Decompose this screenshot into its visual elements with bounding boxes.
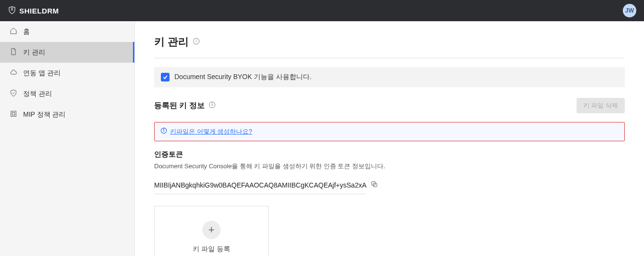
title-row: 키 관리 i [154, 35, 625, 49]
delete-key-file-button[interactable]: 키 파일 삭제 [577, 98, 625, 113]
svg-text:i: i [196, 39, 197, 43]
sidebar: 홈 키 관리 연동 앱 관리 정책 관리 MIP 정책 관리 [0, 21, 135, 256]
sidebar-item-linked-apps[interactable]: 연동 앱 관리 [0, 63, 134, 83]
sidebar-item-policy[interactable]: 정책 관리 [0, 83, 134, 104]
info-icon[interactable]: i [209, 101, 216, 110]
svg-point-8 [163, 129, 164, 130]
sidebar-item-mip-policy[interactable]: MIP 정책 관리 [0, 104, 134, 125]
shield-check-icon [10, 89, 17, 98]
token-value-row: MIIBIjANBgkqhkiG9w0BAQEFAAOCAQ8AMIIBCgKC… [154, 180, 625, 190]
brand-logo: SHIELDRM [8, 6, 59, 16]
plus-icon: + [202, 221, 221, 239]
info-icon[interactable]: i [193, 38, 200, 47]
section-title-group: 등록된 키 정보 i [154, 101, 216, 111]
token-title: 인증토큰 [154, 150, 625, 159]
divider [154, 58, 625, 58]
help-box: 키파일은 어떻게 생성하나요? [154, 122, 625, 141]
checkbox-checked-icon[interactable] [161, 73, 170, 81]
user-avatar[interactable]: JW [623, 4, 636, 17]
sidebar-item-label: 홈 [23, 27, 30, 36]
user-initials: JW [625, 7, 634, 14]
svg-rect-0 [11, 111, 16, 117]
byok-label: Document Security BYOK 기능을 사용합니다. [174, 73, 312, 81]
svg-text:i: i [211, 102, 213, 107]
page-title: 키 관리 [154, 35, 189, 49]
sidebar-item-label: 정책 관리 [23, 90, 52, 98]
brand-name: SHIELDRM [19, 7, 59, 15]
byok-checkbox-row[interactable]: Document Security BYOK 기능을 사용합니다. [154, 67, 625, 87]
layout: 홈 키 관리 연동 앱 관리 정책 관리 MIP 정책 관리 키 관리 i [0, 21, 644, 256]
token-value: MIIBIjANBgkqhkiG9w0BAQEFAAOCAQ8AMIIBCgKC… [154, 181, 367, 189]
main-content: 키 관리 i Document Security BYOK 기능을 사용합니다.… [135, 21, 644, 256]
dropzone-label: 키 파일 등록 [193, 245, 230, 254]
svg-rect-1 [12, 112, 14, 115]
section-header-row: 등록된 키 정보 i 키 파일 삭제 [154, 98, 625, 113]
sidebar-item-key-management[interactable]: 키 관리 [0, 42, 134, 63]
section-title: 등록된 키 정보 [154, 101, 205, 111]
help-link[interactable]: 키파일은 어떻게 생성하나요? [170, 127, 252, 136]
app-header: SHIELDRM JW [0, 0, 644, 21]
info-outline-icon [160, 127, 167, 136]
token-description: Document Security Console을 통해 키 파일을 생성하기… [154, 162, 625, 171]
copy-icon[interactable] [370, 180, 378, 190]
home-icon [10, 27, 17, 36]
sidebar-item-home[interactable]: 홈 [0, 21, 134, 42]
sidebar-item-label: 키 관리 [23, 48, 45, 57]
key-file-icon [10, 48, 17, 57]
cloud-icon [10, 68, 17, 78]
square-icon [10, 110, 17, 119]
token-divider [154, 194, 366, 194]
sidebar-item-label: MIP 정책 관리 [23, 110, 66, 119]
shield-icon [8, 6, 16, 16]
sidebar-item-label: 연동 앱 관리 [23, 69, 61, 78]
key-file-upload-dropzone[interactable]: + 키 파일 등록 [154, 206, 269, 256]
